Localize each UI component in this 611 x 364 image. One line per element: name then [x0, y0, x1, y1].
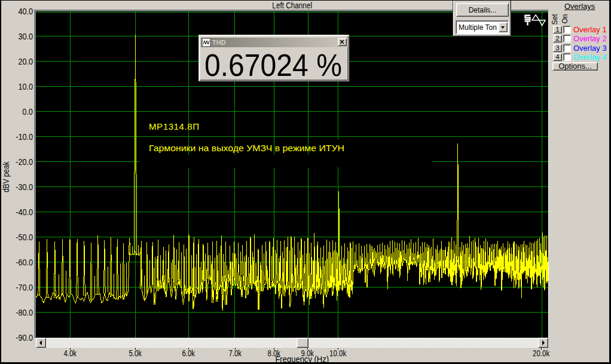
svg-text:0.67024 %: 0.67024 %	[204, 48, 342, 82]
svg-text:МР1314.8П: МР1314.8П	[149, 121, 199, 131]
svg-text:Гармоники на выходе УМЗЧ в реж: Гармоники на выходе УМЗЧ в режиме ИТУН	[149, 143, 344, 153]
